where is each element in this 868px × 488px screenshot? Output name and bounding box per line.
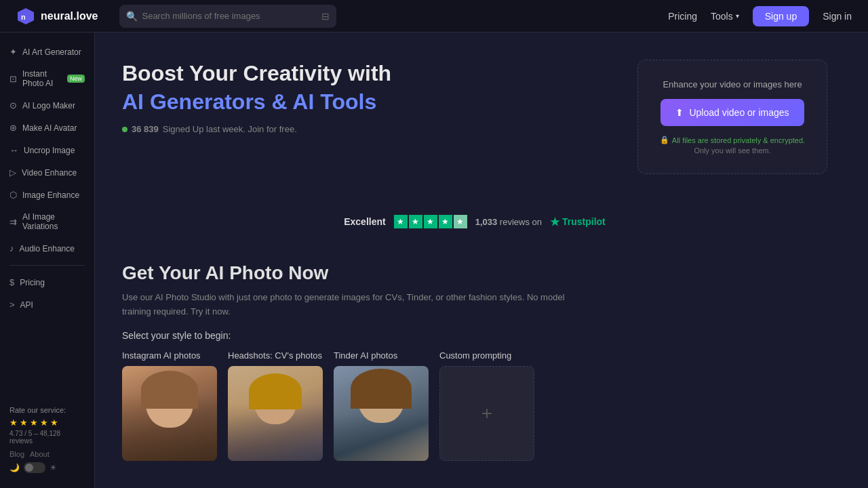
main-content: Boost Your Creativity with AI Generators… [95, 33, 868, 488]
lock-icon: 🔒 [660, 136, 669, 144]
sidebar-label: AI Image Variations [22, 212, 85, 231]
sidebar-label: Audio Enhance [20, 244, 75, 253]
sidebar-label: Video Enhance [22, 168, 77, 178]
variations-icon: ⇉ [9, 217, 17, 227]
topnav: n neural.love 🔍 ⊟ Pricing Tools ▾ Sign u… [0, 0, 868, 33]
hero-text: Boost Your Creativity with AI Generators… [122, 60, 610, 134]
star-2: ★ [20, 418, 28, 428]
hero-subtitle: 36 839 Signed Up last week. Join for fre… [122, 124, 610, 134]
section-desc: Use our AI Photo Studio with just one ph… [122, 291, 583, 319]
logo[interactable]: n neural.love [16, 7, 98, 26]
chevron-down-icon: ▾ [736, 12, 739, 20]
hero-title-blue: AI Generators & AI Tools [122, 89, 376, 114]
tinder-photo[interactable] [334, 366, 429, 461]
trustpilot-logo: ★ Trustpilot [550, 216, 606, 228]
sidebar-item-uncrop-image[interactable]: ↔ Uncrop Image [0, 139, 94, 161]
instant-photo-icon: ⊡ [9, 74, 17, 84]
style-label-headshots: Headshots: CV's photos [228, 350, 323, 361]
rate-label: Rate our service: [9, 406, 85, 414]
green-dot [122, 127, 127, 132]
photo-grid: Instagram AI photos Headshots: CV's phot… [122, 350, 827, 461]
search-input[interactable] [142, 11, 317, 21]
moon-icon: 🌙 [9, 463, 20, 472]
sidebar-item-image-enhance[interactable]: ⬡ Image Enhance [0, 184, 94, 206]
search-bar: 🔍 ⊟ [119, 5, 336, 28]
tp-star-3: ★ [424, 215, 437, 228]
instagram-photo[interactable] [122, 366, 217, 461]
upload-box-label: Enhance your video or images here [663, 79, 802, 89]
about-link[interactable]: About [30, 450, 50, 458]
sidebar-label: Make AI Avatar [22, 123, 77, 133]
style-card-instagram[interactable]: Instagram AI photos [122, 350, 217, 461]
tp-star-2: ★ [409, 215, 422, 228]
sidebar-item-pricing[interactable]: $ Pricing [0, 271, 94, 293]
star-3: ★ [30, 418, 38, 428]
tp-logo-star: ★ [550, 216, 559, 228]
sidebar-item-ai-art-generator[interactable]: ✦ AI Art Generator [0, 41, 94, 63]
headshot-photo[interactable] [228, 366, 323, 461]
upload-security: 🔒 All files are stored privately & encry… [660, 136, 805, 155]
select-style-label: Select your style to begin: [122, 330, 827, 341]
toggle-thumb [25, 464, 33, 472]
ai-photo-section: Get Your AI Photo Now Use our AI Photo S… [122, 262, 827, 461]
sidebar-item-ai-image-variations[interactable]: ⇉ AI Image Variations [0, 206, 94, 237]
svg-text:n: n [21, 13, 26, 21]
tools-nav-dropdown[interactable]: Tools ▾ [711, 11, 739, 22]
logo-maker-icon: ⊙ [9, 100, 17, 110]
pricing-icon: $ [9, 277, 14, 287]
audio-icon: ♪ [9, 243, 14, 253]
sun-icon: ☀ [50, 463, 57, 472]
plus-icon: + [481, 403, 492, 424]
signin-button[interactable]: Sign in [823, 11, 852, 22]
star-4: ★ [40, 418, 48, 428]
lock-row: 🔒 All files are stored privately & encry… [660, 136, 805, 144]
ai-art-icon: ✦ [9, 47, 17, 57]
avatar-icon: ⊛ [9, 123, 17, 133]
uncrop-icon: ↔ [9, 145, 18, 155]
sidebar-label: Uncrop Image [24, 146, 75, 155]
signup-button[interactable]: Sign up [753, 6, 809, 26]
upload-icon: ⬆ [675, 107, 684, 118]
tp-review-count: 1,033 reviews on [475, 217, 542, 227]
style-card-tinder[interactable]: Tinder AI photos [334, 350, 429, 461]
sidebar-item-audio-enhance[interactable]: ♪ Audio Enhance [0, 237, 94, 260]
section-title: Get Your AI Photo Now [122, 262, 827, 284]
upload-button[interactable]: ⬆ Upload video or images [660, 99, 804, 126]
signups-text: Signed Up last week. Join for free. [163, 124, 297, 134]
style-label-instagram: Instagram AI photos [122, 350, 217, 361]
sidebar-item-ai-logo-maker[interactable]: ⊙ AI Logo Maker [0, 94, 94, 117]
sidebar-item-make-ai-avatar[interactable]: ⊛ Make AI Avatar [0, 117, 94, 139]
star-rating: ★ ★ ★ ★ ★ [9, 418, 85, 428]
upload-box: Enhance your video or images here ⬆ Uplo… [637, 60, 827, 174]
style-label-custom: Custom prompting [439, 350, 534, 361]
style-card-custom[interactable]: Custom prompting + [439, 350, 534, 461]
excellent-label: Excellent [344, 216, 385, 227]
image-enhance-icon: ⬡ [9, 190, 17, 200]
footer-links: Blog About [9, 450, 85, 458]
tp-star-1: ★ [394, 215, 408, 228]
main-layout: ✦ AI Art Generator ⊡ Instant Photo AI Ne… [0, 33, 868, 488]
svg-marker-0 [18, 8, 34, 24]
style-card-headshots[interactable]: Headshots: CV's photos [228, 350, 323, 461]
sidebar-item-api[interactable]: > API [0, 293, 94, 316]
sidebar-label: API [20, 300, 33, 310]
custom-prompt-placeholder[interactable]: + [439, 366, 534, 461]
sidebar-label: Instant Photo AI [22, 69, 60, 88]
tp-star-4: ★ [439, 215, 452, 228]
new-badge: New [67, 75, 85, 83]
blog-link[interactable]: Blog [9, 450, 24, 458]
theme-toggle[interactable] [24, 462, 45, 473]
sidebar-label: Pricing [20, 278, 45, 287]
sidebar-item-video-enhance[interactable]: ▷ Video Enhance [0, 161, 94, 184]
trustpilot-row: Excellent ★ ★ ★ ★ ★ 1,033 reviews on ★ T… [122, 201, 827, 242]
sidebar: ✦ AI Art Generator ⊡ Instant Photo AI Ne… [0, 33, 95, 488]
api-icon: > [9, 300, 15, 310]
star-5: ★ [50, 418, 58, 428]
theme-toggle-row: 🌙 ☀ [9, 462, 85, 473]
filter-icon[interactable]: ⊟ [321, 11, 330, 22]
sidebar-item-instant-photo-ai[interactable]: ⊡ Instant Photo AI New [0, 63, 94, 94]
tp-star-5: ★ [454, 215, 467, 228]
sidebar-label: AI Logo Maker [22, 101, 75, 110]
rating-text: 4.73 / 5 – 48,128 reviews [9, 430, 85, 445]
pricing-nav-link[interactable]: Pricing [668, 11, 697, 22]
